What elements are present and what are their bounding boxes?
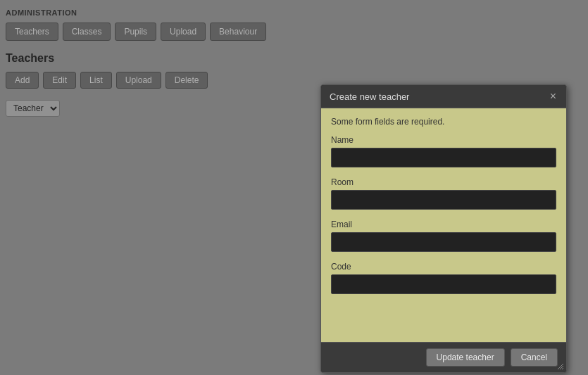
svg-line-2 (562, 368, 563, 369)
room-group: Room (331, 177, 556, 210)
modal-dialog: Create new teacher × Some form fields ar… (320, 84, 567, 373)
page-background: ADMINISTRATION Teachers Classes Pupils U… (0, 0, 588, 375)
email-label: Email (331, 220, 556, 229)
modal-header: Create new teacher × (321, 85, 566, 108)
email-input[interactable] (331, 232, 556, 252)
name-label: Name (331, 135, 556, 145)
name-group: Name (331, 135, 556, 167)
room-label: Room (331, 177, 556, 187)
error-message: Some form fields are required. (331, 117, 556, 127)
modal-title: Create new teacher (330, 91, 409, 102)
email-group: Email (331, 220, 556, 252)
modal-footer: Update teacher Cancel (321, 342, 566, 372)
cancel-button[interactable]: Cancel (511, 348, 558, 367)
update-teacher-button[interactable]: Update teacher (426, 348, 505, 367)
code-group: Code (331, 262, 556, 294)
name-input[interactable] (331, 148, 556, 167)
modal-body: Some form fields are required. Name Room… (321, 108, 566, 342)
resize-handle[interactable] (556, 362, 565, 371)
code-label: Code (331, 262, 556, 272)
modal-close-button[interactable]: × (549, 91, 558, 102)
room-input[interactable] (331, 190, 556, 210)
code-input[interactable] (331, 274, 556, 294)
